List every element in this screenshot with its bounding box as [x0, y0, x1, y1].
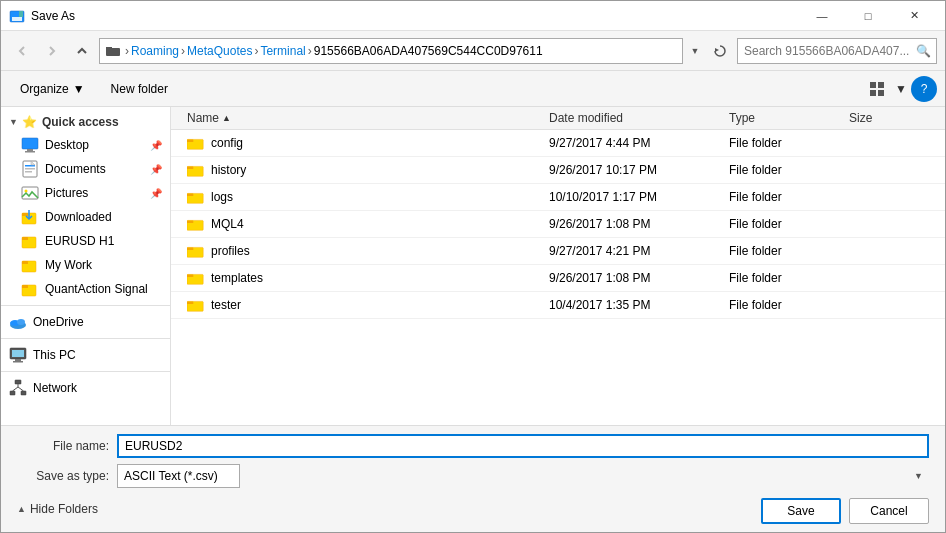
svg-rect-38: [21, 391, 26, 395]
file-name: logs: [211, 190, 233, 204]
file-list-header: Name ▲ Date modified Type Size: [171, 107, 945, 130]
svg-rect-36: [15, 380, 21, 384]
up-button[interactable]: [69, 38, 95, 64]
svg-rect-1: [19, 11, 23, 17]
cancel-button[interactable]: Cancel: [849, 498, 929, 524]
svg-rect-28: [22, 285, 28, 288]
organize-label: Organize: [20, 82, 69, 96]
breadcrumb-sep-1: ›: [181, 44, 185, 58]
savetype-arrow: ▼: [914, 471, 923, 481]
svg-rect-4: [106, 48, 120, 56]
breadcrumb-current: 915566BA06ADA407569C544CC0D97611: [314, 44, 543, 58]
file-type: File folder: [729, 136, 849, 150]
organize-button[interactable]: Organize ▼: [9, 76, 96, 102]
sort-arrow: ▲: [222, 113, 231, 123]
sidebar-item-downloaded[interactable]: Downloaded: [1, 205, 170, 229]
col-name-header[interactable]: Name ▲: [187, 111, 549, 125]
hide-folders-row[interactable]: ▲ Hide Folders: [17, 498, 98, 520]
file-date: 9/26/2017 1:08 PM: [549, 271, 729, 285]
svg-rect-7: [878, 82, 884, 88]
dialog-icon: [9, 8, 25, 24]
save-button[interactable]: Save: [761, 498, 841, 524]
bottom-area: File name: Save as type: ASCII Text (*.c…: [1, 425, 945, 532]
onedrive-label: OneDrive: [33, 315, 84, 329]
svg-rect-35: [13, 361, 23, 363]
pictures-label: Pictures: [45, 186, 88, 200]
svg-rect-11: [27, 149, 33, 151]
filename-input[interactable]: [117, 434, 929, 458]
svg-rect-53: [187, 274, 193, 277]
savetype-select[interactable]: ASCII Text (*.csv)CSV (*.csv)Tab separat…: [117, 464, 240, 488]
view-label: ▼: [895, 82, 907, 96]
file-type: File folder: [729, 244, 849, 258]
table-row[interactable]: config 9/27/2017 4:44 PM File folder: [171, 130, 945, 157]
minimize-button[interactable]: —: [799, 1, 845, 31]
mywork-icon: [21, 256, 39, 274]
pictures-pin: 📌: [150, 188, 162, 199]
addressbar: › Roaming › MetaQuotes › Terminal › 9155…: [1, 31, 945, 71]
folder-icon: [187, 269, 205, 287]
file-name: tester: [211, 298, 241, 312]
breadcrumb: › Roaming › MetaQuotes › Terminal › 9155…: [99, 38, 683, 64]
view-button[interactable]: [863, 76, 891, 102]
table-row[interactable]: profiles 9/27/2017 4:21 PM File folder: [171, 238, 945, 265]
sidebar-item-documents[interactable]: Documents 📌: [1, 157, 170, 181]
sidebar-item-mywork[interactable]: My Work: [1, 253, 170, 277]
breadcrumb-metaquotes[interactable]: MetaQuotes: [187, 44, 252, 58]
forward-button[interactable]: [39, 38, 65, 64]
file-name: MQL4: [211, 217, 244, 231]
sidebar-item-pictures[interactable]: Pictures 📌: [1, 181, 170, 205]
table-row[interactable]: templates 9/26/2017 1:08 PM File folder: [171, 265, 945, 292]
file-type: File folder: [729, 163, 849, 177]
table-row[interactable]: history 9/26/2017 10:17 PM File folder: [171, 157, 945, 184]
breadcrumb-dropdown-button[interactable]: ▼: [687, 38, 703, 64]
maximize-button[interactable]: □: [845, 1, 891, 31]
desktop-icon: [21, 136, 39, 154]
desktop-label: Desktop: [45, 138, 89, 152]
search-input[interactable]: [737, 38, 937, 64]
eurusd-label: EURUSD H1: [45, 234, 114, 248]
back-button[interactable]: [9, 38, 35, 64]
help-button[interactable]: ?: [911, 76, 937, 102]
network-icon: [9, 379, 27, 397]
svg-rect-15: [25, 168, 35, 170]
sidebar-item-network[interactable]: Network: [1, 376, 170, 400]
svg-line-40: [13, 387, 19, 391]
new-folder-label: New folder: [111, 82, 168, 96]
sidebar-item-quantaction[interactable]: QuantAction Signal: [1, 277, 170, 301]
dialog-title: Save As: [31, 9, 799, 23]
quantaction-icon: [21, 280, 39, 298]
sidebar-item-onedrive[interactable]: OneDrive: [1, 310, 170, 334]
table-row[interactable]: logs 10/10/2017 1:17 PM File folder: [171, 184, 945, 211]
breadcrumb-sep-0: ›: [125, 44, 129, 58]
sidebar-item-thispc[interactable]: This PC: [1, 343, 170, 367]
quantaction-label: QuantAction Signal: [45, 282, 148, 296]
quick-access-header[interactable]: ▼ ⭐ Quick access: [1, 111, 170, 133]
close-button[interactable]: ✕: [891, 1, 937, 31]
refresh-button[interactable]: [707, 38, 733, 64]
downloaded-icon: [21, 208, 39, 226]
svg-rect-16: [25, 171, 32, 173]
file-name: history: [211, 163, 246, 177]
col-size-header[interactable]: Size: [849, 111, 929, 125]
sidebar-item-desktop[interactable]: Desktop 📌: [1, 133, 170, 157]
sidebar-divider-1: [1, 305, 170, 306]
documents-icon: [21, 160, 39, 178]
breadcrumb-item-1[interactable]: [106, 44, 123, 58]
file-date: 9/26/2017 10:17 PM: [549, 163, 729, 177]
quick-access-group: ▼ ⭐ Quick access Desktop 📌: [1, 111, 170, 301]
table-row[interactable]: tester 10/4/2017 1:35 PM File folder: [171, 292, 945, 319]
save-btn-wrapper: Save: [761, 498, 841, 524]
table-row[interactable]: MQL4 9/26/2017 1:08 PM File folder: [171, 211, 945, 238]
new-folder-button[interactable]: New folder: [100, 76, 179, 102]
svg-rect-33: [12, 350, 24, 357]
svg-rect-24: [22, 237, 28, 240]
file-date: 9/27/2017 4:44 PM: [549, 136, 729, 150]
breadcrumb-roaming[interactable]: Roaming: [131, 44, 179, 58]
file-date: 9/26/2017 1:08 PM: [549, 217, 729, 231]
sidebar-item-eurusd[interactable]: EURUSD H1: [1, 229, 170, 253]
col-date-header[interactable]: Date modified: [549, 111, 729, 125]
breadcrumb-terminal[interactable]: Terminal: [260, 44, 305, 58]
col-type-header[interactable]: Type: [729, 111, 849, 125]
titlebar-buttons: — □ ✕: [799, 1, 937, 31]
